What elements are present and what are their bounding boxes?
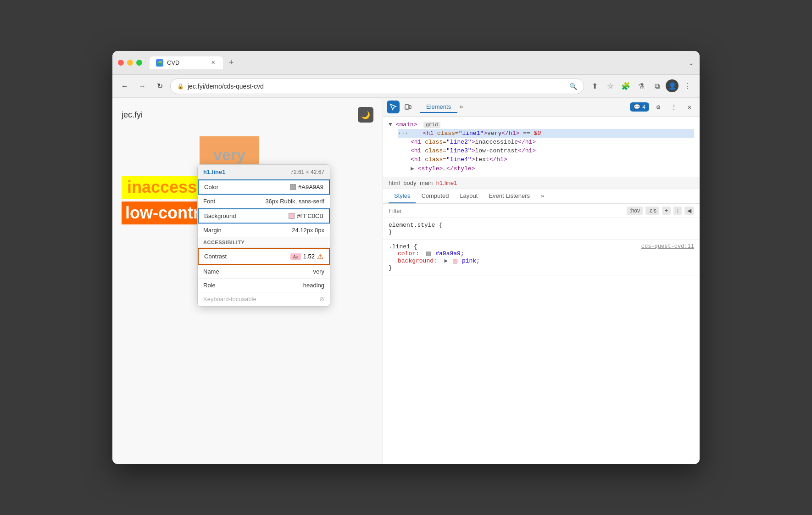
toggle-sidebar[interactable]: ↕ <box>673 207 682 215</box>
styles-tab[interactable]: Styles <box>389 189 416 203</box>
event-listeners-tab[interactable]: Event Listeners <box>483 189 535 203</box>
more-button[interactable]: ⋮ <box>680 79 694 93</box>
chat-icon: 💬 <box>634 104 640 110</box>
line1-style-close: } <box>389 264 392 271</box>
very-text: very <box>213 146 245 164</box>
filter-actions: :hov .cls + ↕ ◀ <box>627 207 694 215</box>
breadcrumb-main[interactable]: main <box>420 179 433 186</box>
name-label: Name <box>203 268 219 275</box>
accessibility-header: ACCESSIBILITY <box>198 237 330 248</box>
more-style-tabs[interactable]: » <box>535 189 550 203</box>
breadcrumb-html[interactable]: html <box>389 179 400 186</box>
tooltip-role-row: Role heading <box>198 279 330 292</box>
new-tab-button[interactable]: + <box>225 56 238 69</box>
role-label: Role <box>203 282 216 289</box>
margin-label: Margin <box>203 227 222 234</box>
element-style-block: element.style { } <box>383 218 700 240</box>
dom-h1-line4[interactable]: <h1 class="line4">text</h1> <box>398 155 694 164</box>
inspect-element-button[interactable] <box>387 101 400 113</box>
tab-bar: 🧩 CVD ✕ + ⌄ <box>150 56 694 69</box>
dark-mode-button[interactable]: 🌙 <box>358 107 373 123</box>
profile-button[interactable]: 👤 <box>666 79 679 92</box>
split-button[interactable]: ⧉ <box>650 79 664 93</box>
tooltip-dimensions: 72.61 × 42.67 <box>290 169 324 175</box>
forward-button[interactable]: → <box>135 79 149 93</box>
svg-point-2 <box>406 108 407 109</box>
breadcrumb-h1-line1[interactable]: h1.line1 <box>436 179 457 186</box>
role-value: heading <box>303 282 324 289</box>
tooltip-element-name: h1.line1 <box>203 168 225 175</box>
devtools-panel: Elements » 💬 4 ⚙ ⋮ ✕ ▼ <main> <box>383 98 700 464</box>
traffic-lights <box>118 60 142 66</box>
styles-filter-input[interactable] <box>389 207 623 214</box>
dom-h1-open-tag: <h1 <box>423 130 437 137</box>
dom-h1-line2[interactable]: <h1 class="line2">inaccessible</h1> <box>398 138 694 146</box>
back-button[interactable]: ← <box>118 79 132 93</box>
devtools-close-button[interactable]: ✕ <box>683 101 696 113</box>
minimize-traffic-light[interactable] <box>127 60 133 66</box>
keyboard-label: Keyboard-focusable <box>203 296 256 302</box>
tab-close-button[interactable]: ✕ <box>209 59 217 67</box>
refresh-button[interactable]: ↻ <box>153 79 167 93</box>
element-tooltip: h1.line1 72.61 × 42.67 Color #A9A9A9 Fon… <box>197 164 330 307</box>
webpage-panel: jec.fyi 🌙 very inaccessible <box>112 98 383 464</box>
tooltip-contrast-row: Contrast Aa 1.52 ⚠ <box>198 248 330 265</box>
dom-h1-line1[interactable]: ··· <h1 class="line1">very</h1> == $0 <box>398 129 694 138</box>
tooltip-background-row: Background #FFC0CB <box>198 208 330 224</box>
dom-dollar-sign: $0 <box>534 130 541 137</box>
main-content: jec.fyi 🌙 very inaccessible <box>112 98 700 464</box>
device-toolbar-button[interactable] <box>401 101 414 113</box>
computed-tab[interactable]: Computed <box>416 189 454 203</box>
tab-title: CVD <box>167 59 179 66</box>
title-bar: 🧩 CVD ✕ + ⌄ <box>112 51 700 75</box>
styles-panel-tabs: Styles Computed Layout Event Listeners » <box>383 189 700 204</box>
toggle-panel[interactable]: ◀ <box>684 207 694 215</box>
devtools-right-actions: 💬 4 ⚙ ⋮ ✕ <box>630 101 696 113</box>
dom-style-tag[interactable]: ▶ <style>…</style> <box>398 164 694 173</box>
styles-panel: element.style { } cds-quest-cvd:11 .line… <box>383 218 700 464</box>
background-label: Background <box>204 213 236 219</box>
more-devtools-tabs[interactable]: » <box>459 103 463 111</box>
dom-h1-line3[interactable]: <h1 class="line3">low-contrast</h1> <box>398 146 694 155</box>
chat-badge[interactable]: 💬 4 <box>630 102 649 112</box>
hov-toggle[interactable]: :hov <box>627 207 643 215</box>
background-value-text: pink; <box>462 258 480 264</box>
devtools-more-button[interactable]: ⋮ <box>667 101 680 113</box>
add-style-rule[interactable]: + <box>662 207 671 215</box>
active-tab[interactable]: 🧩 CVD ✕ <box>150 56 223 69</box>
nav-actions: ⬆ ☆ 🧩 ⚗ ⧉ 👤 ⋮ <box>588 79 694 93</box>
dom-eq-sign: == <box>523 130 534 137</box>
background-value-swatch <box>453 259 457 263</box>
maximize-traffic-light[interactable] <box>136 60 142 66</box>
close-traffic-light[interactable] <box>118 60 124 66</box>
chat-count: 4 <box>642 104 645 110</box>
tooltip-name-row: Name very <box>198 265 330 279</box>
background-property: background: <box>398 258 441 264</box>
tab-favicon: 🧩 <box>156 59 163 67</box>
color-swatch <box>290 184 296 190</box>
contrast-value-group: Aa 1.52 ⚠ <box>290 252 323 261</box>
dom-main-line: ▼ <main> grid <box>389 120 694 129</box>
margin-value: 24.12px 0px <box>292 227 324 234</box>
devtools-settings-button[interactable]: ⚙ <box>652 101 665 113</box>
share-button[interactable]: ⬆ <box>588 79 601 93</box>
address-bar[interactable]: 🔒 jec.fyi/demo/cds-quest-cvd 🔍 <box>170 78 584 94</box>
background-value: #FFC0CB <box>289 213 323 219</box>
background-expand-triangle[interactable]: ▶ <box>444 258 448 264</box>
tab-list-chevron[interactable]: ⌄ <box>689 59 694 67</box>
breadcrumb-body[interactable]: body <box>403 179 416 186</box>
css-source-link[interactable]: cds-quest-cvd:11 <box>641 243 694 250</box>
aa-badge: Aa <box>290 253 301 260</box>
elements-tab[interactable]: Elements <box>420 101 457 113</box>
extensions-button[interactable]: 🧩 <box>619 79 633 93</box>
color-value-text: #a9a9a9; <box>435 250 464 257</box>
browser-window: 🧩 CVD ✕ + ⌄ ← → ↻ 🔒 jec.fyi/demo/cds-que… <box>112 51 700 464</box>
bookmark-button[interactable]: ☆ <box>603 79 617 93</box>
tooltip-header: h1.line1 72.61 × 42.67 <box>198 165 330 179</box>
lab-button[interactable]: ⚗ <box>634 79 648 93</box>
dom-main-tag: <main> <box>396 121 417 128</box>
breadcrumb: html body main h1.line1 <box>383 177 700 189</box>
cls-toggle[interactable]: .cls <box>645 207 659 215</box>
layout-tab[interactable]: Layout <box>454 189 483 203</box>
keyboard-value: ⊘ <box>319 296 324 302</box>
